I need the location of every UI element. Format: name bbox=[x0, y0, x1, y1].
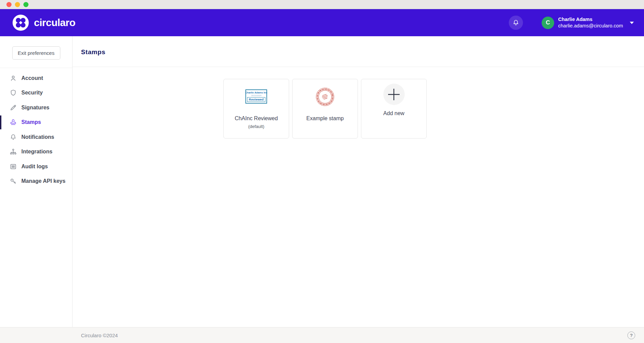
stamp-icon bbox=[9, 119, 17, 126]
user-name: Charlie Adams bbox=[558, 16, 623, 23]
help-button[interactable]: ? bbox=[627, 331, 635, 339]
stamp-preview-image: Charlie Adams Inc 16/10/2024 Reviewed bbox=[245, 89, 267, 104]
stamp-preview-date: 16/10/2024 bbox=[251, 94, 261, 97]
header-actions: C Charlie Adams charlie.adams@circularo.… bbox=[509, 16, 634, 30]
stamp-preview-company: Charlie Adams Inc bbox=[245, 91, 267, 94]
notifications-button[interactable] bbox=[509, 16, 523, 30]
main-content: Stamps Charlie Adams Inc 16/10/2024 Revi… bbox=[73, 36, 644, 327]
user-icon bbox=[9, 74, 17, 82]
exit-preferences-button[interactable]: Exit preferences bbox=[12, 46, 60, 60]
sidebar-item-label: Account bbox=[21, 75, 43, 81]
stamp-card-example[interactable]: Example stamp bbox=[292, 79, 358, 138]
sidebar-item-signatures[interactable]: Signatures bbox=[0, 100, 72, 115]
minimize-window-button[interactable] bbox=[15, 2, 20, 7]
stamp-preview-status: Reviewed bbox=[247, 97, 265, 102]
sidebar-divider bbox=[0, 68, 72, 68]
page-title: Stamps bbox=[81, 48, 105, 56]
sidebar-item-manage-api-keys[interactable]: Manage API keys bbox=[0, 174, 72, 189]
sidebar-item-security[interactable]: Security bbox=[0, 86, 72, 101]
sidebar-nav: Account Security bbox=[0, 71, 72, 189]
maximize-window-button[interactable] bbox=[23, 2, 28, 7]
add-new-stamp-card[interactable]: Add new bbox=[361, 79, 427, 138]
sidebar-item-label: Stamps bbox=[21, 119, 41, 125]
sidebar-item-notifications[interactable]: Notifications bbox=[0, 130, 72, 145]
stamp-cards-row: Charlie Adams Inc 16/10/2024 Reviewed Ch… bbox=[223, 79, 427, 138]
sidebar-item-integrations[interactable]: Integrations bbox=[0, 145, 72, 159]
red-round-stamp-image bbox=[315, 87, 335, 107]
plus-icon bbox=[383, 84, 405, 105]
sidebar-item-label: Security bbox=[21, 90, 43, 96]
sidebar-item-label: Manage API keys bbox=[21, 178, 65, 184]
pen-icon bbox=[9, 104, 17, 111]
app-window: circularo C Charlie Adams charlie.adams@… bbox=[0, 0, 644, 343]
sidebar-item-label: Signatures bbox=[21, 105, 49, 111]
sidebar-item-label: Audit logs bbox=[21, 164, 48, 170]
stamp-name: Example stamp bbox=[306, 115, 344, 122]
app-header: circularo C Charlie Adams charlie.adams@… bbox=[0, 9, 644, 36]
brand-wordmark: circularo bbox=[34, 17, 75, 28]
integrations-icon bbox=[9, 148, 17, 155]
avatar: C bbox=[542, 17, 554, 29]
bell-icon bbox=[512, 19, 520, 26]
add-new-label: Add new bbox=[383, 110, 404, 116]
circularo-logo-icon bbox=[12, 14, 29, 31]
question-icon: ? bbox=[630, 333, 632, 338]
sidebar-item-stamps[interactable]: Stamps bbox=[0, 115, 72, 130]
user-email: charlie.adams@circularo.com bbox=[558, 23, 623, 29]
bell-icon bbox=[9, 133, 17, 141]
sidebar-item-account[interactable]: Account bbox=[0, 71, 72, 86]
window-titlebar bbox=[0, 0, 644, 9]
preferences-sidebar: Exit preferences Account bbox=[0, 36, 73, 327]
user-account-menu[interactable]: C Charlie Adams charlie.adams@circularo.… bbox=[542, 16, 634, 29]
stamp-name: ChAInc Reviewed bbox=[235, 115, 278, 122]
shield-icon bbox=[9, 89, 17, 97]
key-icon bbox=[9, 177, 17, 185]
sidebar-item-label: Notifications bbox=[21, 134, 54, 140]
sidebar-item-audit-logs[interactable]: Audit logs bbox=[0, 159, 72, 174]
copyright-text: Circularo ©2024 bbox=[81, 333, 118, 338]
audit-log-icon bbox=[9, 163, 17, 170]
user-info: Charlie Adams charlie.adams@circularo.co… bbox=[558, 16, 623, 29]
close-window-button[interactable] bbox=[6, 2, 12, 7]
stamp-default-badge: (default) bbox=[248, 124, 264, 129]
app-body: Exit preferences Account bbox=[0, 36, 644, 327]
stamp-card-chainc-reviewed[interactable]: Charlie Adams Inc 16/10/2024 Reviewed Ch… bbox=[223, 79, 289, 138]
chevron-down-icon bbox=[630, 22, 634, 24]
app-footer: Circularo ©2024 ? bbox=[0, 327, 644, 343]
content-divider bbox=[73, 67, 644, 67]
sidebar-item-label: Integrations bbox=[21, 149, 53, 155]
brand-logo[interactable]: circularo bbox=[12, 14, 75, 31]
